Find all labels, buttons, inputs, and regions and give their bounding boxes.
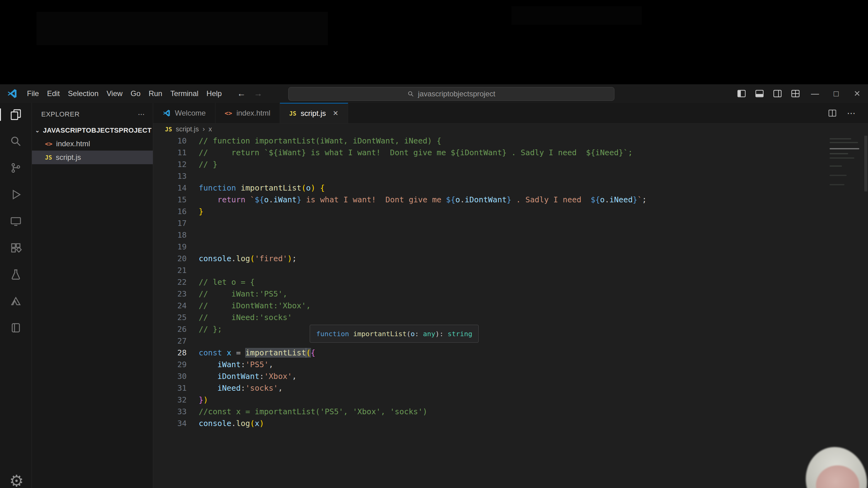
- run-and-debug-icon[interactable]: [8, 187, 23, 202]
- line-number: 30: [153, 370, 187, 382]
- minimap[interactable]: [828, 136, 862, 297]
- line-number: 32: [153, 394, 187, 406]
- line-number: 11: [153, 147, 187, 159]
- video-frame: { "title_bar": { "menus": ["File", "Edit…: [0, 0, 868, 488]
- search-sidebar-icon[interactable]: [8, 134, 23, 149]
- code-line-33: 33//const x = importantList('PS5', 'Xbox…: [153, 406, 868, 418]
- tab-welcome[interactable]: Welcome: [153, 103, 215, 123]
- close-button[interactable]: ✕: [850, 89, 864, 99]
- vscode-logo-icon: [162, 109, 170, 117]
- code-line-29: 29 iWant:'PS5',: [153, 359, 868, 370]
- file-item-script-js[interactable]: JS script.js: [32, 151, 153, 164]
- line-content: // };: [199, 323, 222, 335]
- code-editor[interactable]: 10// function importantList(iWant, iDont…: [153, 135, 868, 488]
- tab-index-html[interactable]: <> index.html: [215, 103, 280, 123]
- html-file-icon: <>: [225, 109, 232, 117]
- tab-script-js[interactable]: JS script.js ✕: [280, 103, 348, 123]
- source-control-icon[interactable]: [8, 161, 23, 175]
- line-number: 22: [153, 276, 187, 288]
- code-line-19: 19: [153, 241, 868, 253]
- search-command-center[interactable]: javascriptobjectsproject: [288, 87, 614, 101]
- menu-terminal[interactable]: Terminal: [166, 87, 203, 100]
- line-number: 25: [153, 312, 187, 323]
- js-file-icon: JS: [289, 110, 297, 117]
- testing-icon[interactable]: [8, 267, 23, 282]
- js-file-icon: JS: [45, 154, 52, 161]
- manage-gear-icon[interactable]: ⚙: [9, 471, 24, 488]
- menu-file[interactable]: File: [23, 87, 43, 100]
- activity-bar: [0, 103, 32, 488]
- line-number: 23: [153, 288, 187, 300]
- remote-explorer-icon[interactable]: [8, 214, 23, 229]
- breadcrumb-file[interactable]: script.js: [176, 125, 199, 133]
- code-line-23: 23// iWant:'PS5',: [153, 288, 868, 300]
- minimize-button[interactable]: —: [808, 89, 822, 99]
- line-content: iWant:'PS5',: [199, 359, 273, 370]
- menu-edit[interactable]: Edit: [43, 87, 64, 100]
- line-content: function importantList(o) {: [199, 182, 324, 194]
- explorer-icon[interactable]: [8, 107, 23, 122]
- back-arrow-icon[interactable]: ←: [237, 89, 246, 99]
- menu-run[interactable]: Run: [145, 87, 166, 100]
- scrollbar[interactable]: [864, 136, 867, 192]
- toggle-sidebar-icon[interactable]: [737, 89, 746, 99]
- folder-name: JAVASCRIPTOBJECTSPROJECT: [43, 126, 152, 134]
- line-content: console.log('fired');: [199, 253, 297, 265]
- breadcrumb-separator: ›: [203, 125, 205, 133]
- line-content: //const x = importantList('PS5', 'Xbox',…: [199, 406, 428, 418]
- code-line-24: 24// iDontWant:'Xbox',: [153, 300, 868, 312]
- tab-label: script.js: [301, 109, 326, 118]
- breadcrumb: JS script.js › x: [153, 123, 868, 135]
- file-label: index.html: [56, 139, 90, 148]
- line-number: 16: [153, 206, 187, 218]
- menu-selection[interactable]: Selection: [64, 87, 103, 100]
- video-artifact: [37, 12, 328, 45]
- line-content: // iNeed:'socks': [199, 312, 292, 323]
- docker-icon[interactable]: [8, 320, 23, 335]
- breadcrumb-symbol[interactable]: x: [209, 125, 212, 133]
- line-number: 33: [153, 406, 187, 418]
- line-content: console.log(x): [199, 418, 264, 429]
- explorer-title: EXPLORER: [41, 110, 80, 118]
- line-number: 20: [153, 253, 187, 265]
- menu-help[interactable]: Help: [203, 87, 226, 100]
- file-item-index-html[interactable]: <> index.html: [32, 137, 153, 151]
- video-artifact: [512, 6, 642, 25]
- customize-layout-icon[interactable]: [790, 89, 800, 99]
- toggle-secondary-sidebar-icon[interactable]: [773, 89, 782, 99]
- folder-section-header[interactable]: ⌄ JAVASCRIPTOBJECTSPROJECT: [32, 124, 153, 137]
- split-editor-icon[interactable]: [828, 108, 837, 118]
- hover-tooltip: function importantList(o: any): string: [310, 325, 478, 343]
- toggle-panel-icon[interactable]: [754, 89, 765, 99]
- line-content: // iWant:'PS5',: [199, 288, 287, 300]
- line-content: const x = importantList({: [199, 347, 315, 359]
- file-label: script.js: [56, 153, 81, 162]
- maximize-button[interactable]: □: [830, 89, 843, 99]
- line-content: }): [199, 394, 208, 406]
- line-number: 15: [153, 194, 187, 206]
- explorer-header: EXPLORER ⋯: [32, 103, 153, 124]
- search-icon: [407, 91, 414, 97]
- code-line-22: 22// let o = {: [153, 276, 868, 288]
- line-number: 29: [153, 359, 187, 370]
- more-actions-icon[interactable]: ⋯: [847, 108, 856, 118]
- line-content: // return `${iWant} is what I want! Dont…: [199, 147, 633, 159]
- azure-icon[interactable]: [8, 294, 23, 308]
- explorer-more-actions-icon[interactable]: ⋯: [138, 110, 145, 118]
- line-content: return `${o.iWant} is what I want! Dont …: [199, 194, 647, 206]
- close-tab-icon[interactable]: ✕: [333, 109, 338, 118]
- menu-go[interactable]: Go: [126, 87, 145, 100]
- code-line-15: 15 return `${o.iWant} is what I want! Do…: [153, 194, 868, 206]
- code-line-28: 28const x = importantList({: [153, 347, 868, 359]
- history-nav: ← →: [237, 89, 262, 99]
- code-line-12: 12// }: [153, 159, 868, 170]
- line-content: // }: [199, 159, 217, 170]
- code-line-21: 21: [153, 265, 868, 276]
- code-line-34: 34console.log(x): [153, 418, 868, 429]
- editor-actions: ⋯: [828, 103, 856, 123]
- line-content: iDontWant:'Xbox',: [199, 370, 297, 382]
- extensions-icon[interactable]: [8, 240, 23, 255]
- forward-arrow-icon[interactable]: →: [254, 89, 262, 99]
- menu-view[interactable]: View: [103, 87, 127, 100]
- vscode-logo-icon: [7, 88, 18, 99]
